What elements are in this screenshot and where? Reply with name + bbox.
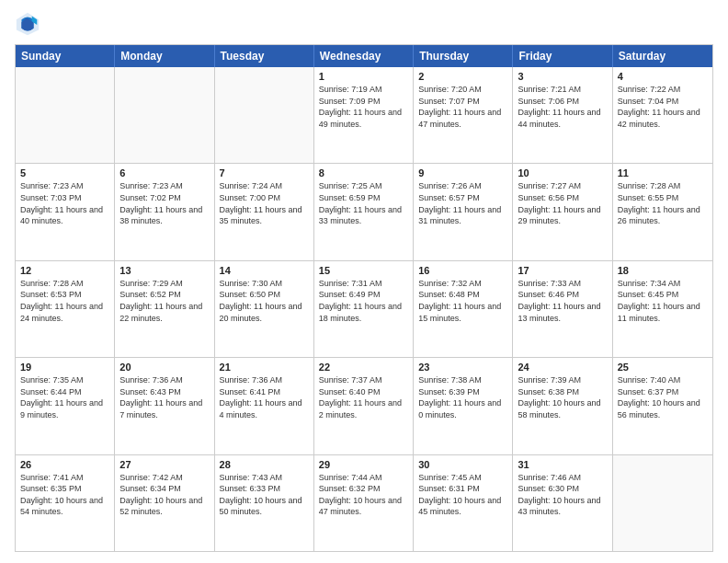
day-header-wednesday: Wednesday (314, 45, 414, 67)
day-header-sunday: Sunday (16, 45, 115, 67)
calendar-cell: 14Sunrise: 7:30 AM Sunset: 6:50 PM Dayli… (215, 261, 314, 357)
cell-info: Sunrise: 7:26 AM Sunset: 6:57 PM Dayligh… (418, 180, 507, 226)
cell-info: Sunrise: 7:21 AM Sunset: 7:06 PM Dayligh… (518, 84, 607, 130)
day-number: 1 (319, 71, 408, 82)
calendar-cell: 13Sunrise: 7:29 AM Sunset: 6:52 PM Dayli… (115, 261, 214, 357)
calendar-cell: 22Sunrise: 7:37 AM Sunset: 6:40 PM Dayli… (314, 358, 414, 454)
day-number: 2 (418, 71, 507, 82)
cell-info: Sunrise: 7:32 AM Sunset: 6:48 PM Dayligh… (418, 278, 507, 324)
day-number: 17 (518, 265, 607, 276)
calendar-cell: 9Sunrise: 7:26 AM Sunset: 6:57 PM Daylig… (414, 164, 513, 259)
calendar-cell: 27Sunrise: 7:42 AM Sunset: 6:34 PM Dayli… (115, 455, 214, 551)
cell-info: Sunrise: 7:40 AM Sunset: 6:37 PM Dayligh… (618, 374, 708, 420)
day-header-saturday: Saturday (613, 45, 712, 67)
day-number: 25 (618, 362, 708, 373)
cell-info: Sunrise: 7:39 AM Sunset: 6:38 PM Dayligh… (518, 374, 607, 420)
day-number: 23 (418, 362, 507, 373)
day-number: 27 (119, 459, 209, 470)
day-number: 19 (20, 362, 109, 373)
day-number: 6 (119, 167, 209, 178)
calendar-cell: 16Sunrise: 7:32 AM Sunset: 6:48 PM Dayli… (414, 261, 513, 357)
cell-info: Sunrise: 7:19 AM Sunset: 7:09 PM Dayligh… (319, 84, 408, 130)
calendar-cell (16, 67, 115, 163)
day-number: 24 (518, 362, 607, 373)
cell-info: Sunrise: 7:23 AM Sunset: 7:02 PM Dayligh… (119, 180, 209, 226)
day-number: 16 (418, 265, 507, 276)
cell-info: Sunrise: 7:42 AM Sunset: 6:34 PM Dayligh… (119, 472, 209, 518)
cell-info: Sunrise: 7:28 AM Sunset: 6:53 PM Dayligh… (20, 278, 109, 324)
day-number: 29 (319, 459, 408, 470)
cell-info: Sunrise: 7:37 AM Sunset: 6:40 PM Dayligh… (319, 374, 408, 420)
calendar-body: 1Sunrise: 7:19 AM Sunset: 7:09 PM Daylig… (16, 67, 712, 551)
calendar-cell: 4Sunrise: 7:22 AM Sunset: 7:04 PM Daylig… (613, 67, 712, 163)
day-number: 11 (618, 167, 708, 178)
cell-info: Sunrise: 7:23 AM Sunset: 7:03 PM Dayligh… (20, 180, 109, 226)
day-number: 28 (220, 459, 309, 470)
calendar-cell: 7Sunrise: 7:24 AM Sunset: 7:00 PM Daylig… (215, 164, 314, 259)
day-header-monday: Monday (115, 45, 214, 67)
calendar-cell: 28Sunrise: 7:43 AM Sunset: 6:33 PM Dayli… (215, 455, 314, 551)
cell-info: Sunrise: 7:45 AM Sunset: 6:31 PM Dayligh… (418, 472, 507, 518)
calendar-cell: 6Sunrise: 7:23 AM Sunset: 7:02 PM Daylig… (115, 164, 214, 259)
week-row-2: 5Sunrise: 7:23 AM Sunset: 7:03 PM Daylig… (16, 164, 712, 260)
logo (15, 11, 44, 37)
day-number: 20 (119, 362, 209, 373)
calendar-cell: 25Sunrise: 7:40 AM Sunset: 6:37 PM Dayli… (613, 358, 712, 454)
cell-info: Sunrise: 7:34 AM Sunset: 6:45 PM Dayligh… (618, 278, 708, 324)
day-number: 8 (319, 167, 408, 178)
week-row-5: 26Sunrise: 7:41 AM Sunset: 6:35 PM Dayli… (16, 455, 712, 551)
cell-info: Sunrise: 7:28 AM Sunset: 6:55 PM Dayligh… (618, 180, 708, 226)
day-header-friday: Friday (513, 45, 612, 67)
calendar-cell: 3Sunrise: 7:21 AM Sunset: 7:06 PM Daylig… (513, 67, 612, 163)
week-row-3: 12Sunrise: 7:28 AM Sunset: 6:53 PM Dayli… (16, 261, 712, 358)
day-number: 21 (220, 362, 309, 373)
cell-info: Sunrise: 7:24 AM Sunset: 7:00 PM Dayligh… (220, 180, 309, 226)
day-header-tuesday: Tuesday (215, 45, 314, 67)
day-number: 13 (119, 265, 209, 276)
week-row-1: 1Sunrise: 7:19 AM Sunset: 7:09 PM Daylig… (16, 67, 712, 164)
day-number: 5 (20, 167, 109, 178)
cell-info: Sunrise: 7:33 AM Sunset: 6:46 PM Dayligh… (518, 278, 607, 324)
day-number: 9 (418, 167, 507, 178)
cell-info: Sunrise: 7:46 AM Sunset: 6:30 PM Dayligh… (518, 472, 607, 518)
calendar-cell: 24Sunrise: 7:39 AM Sunset: 6:38 PM Dayli… (513, 358, 612, 454)
calendar-cell: 8Sunrise: 7:25 AM Sunset: 6:59 PM Daylig… (314, 164, 414, 259)
cell-info: Sunrise: 7:27 AM Sunset: 6:56 PM Dayligh… (518, 180, 607, 226)
day-number: 12 (20, 265, 109, 276)
cell-info: Sunrise: 7:31 AM Sunset: 6:49 PM Dayligh… (319, 278, 408, 324)
calendar-cell: 29Sunrise: 7:44 AM Sunset: 6:32 PM Dayli… (314, 455, 414, 551)
calendar-cell: 30Sunrise: 7:45 AM Sunset: 6:31 PM Dayli… (414, 455, 513, 551)
day-number: 22 (319, 362, 408, 373)
day-number: 18 (618, 265, 708, 276)
calendar-cell: 17Sunrise: 7:33 AM Sunset: 6:46 PM Dayli… (513, 261, 612, 357)
cell-info: Sunrise: 7:20 AM Sunset: 7:07 PM Dayligh… (418, 84, 507, 130)
calendar-cell: 23Sunrise: 7:38 AM Sunset: 6:39 PM Dayli… (414, 358, 513, 454)
day-number: 10 (518, 167, 607, 178)
week-row-4: 19Sunrise: 7:35 AM Sunset: 6:44 PM Dayli… (16, 358, 712, 454)
day-header-thursday: Thursday (414, 45, 513, 67)
day-number: 31 (518, 459, 607, 470)
logo-icon (15, 11, 40, 37)
calendar-cell: 19Sunrise: 7:35 AM Sunset: 6:44 PM Dayli… (16, 358, 115, 454)
calendar-cell: 26Sunrise: 7:41 AM Sunset: 6:35 PM Dayli… (16, 455, 115, 551)
cell-info: Sunrise: 7:38 AM Sunset: 6:39 PM Dayligh… (418, 374, 507, 420)
calendar-cell: 11Sunrise: 7:28 AM Sunset: 6:55 PM Dayli… (613, 164, 712, 259)
calendar-cell: 1Sunrise: 7:19 AM Sunset: 7:09 PM Daylig… (314, 67, 414, 163)
calendar-cell: 12Sunrise: 7:28 AM Sunset: 6:53 PM Dayli… (16, 261, 115, 357)
cell-info: Sunrise: 7:43 AM Sunset: 6:33 PM Dayligh… (220, 472, 309, 518)
calendar-cell: 18Sunrise: 7:34 AM Sunset: 6:45 PM Dayli… (613, 261, 712, 357)
calendar-cell: 31Sunrise: 7:46 AM Sunset: 6:30 PM Dayli… (513, 455, 612, 551)
calendar-header: SundayMondayTuesdayWednesdayThursdayFrid… (16, 45, 712, 67)
day-number: 4 (618, 71, 708, 82)
calendar-cell: 21Sunrise: 7:36 AM Sunset: 6:41 PM Dayli… (215, 358, 314, 454)
calendar-cell: 15Sunrise: 7:31 AM Sunset: 6:49 PM Dayli… (314, 261, 414, 357)
day-number: 15 (319, 265, 408, 276)
day-number: 14 (220, 265, 309, 276)
day-number: 3 (518, 71, 607, 82)
cell-info: Sunrise: 7:25 AM Sunset: 6:59 PM Dayligh… (319, 180, 408, 226)
page: SundayMondayTuesdayWednesdayThursdayFrid… (0, 0, 728, 563)
calendar-cell: 2Sunrise: 7:20 AM Sunset: 7:07 PM Daylig… (414, 67, 513, 163)
calendar-cell: 5Sunrise: 7:23 AM Sunset: 7:03 PM Daylig… (16, 164, 115, 259)
cell-info: Sunrise: 7:36 AM Sunset: 6:43 PM Dayligh… (119, 374, 209, 420)
cell-info: Sunrise: 7:30 AM Sunset: 6:50 PM Dayligh… (220, 278, 309, 324)
